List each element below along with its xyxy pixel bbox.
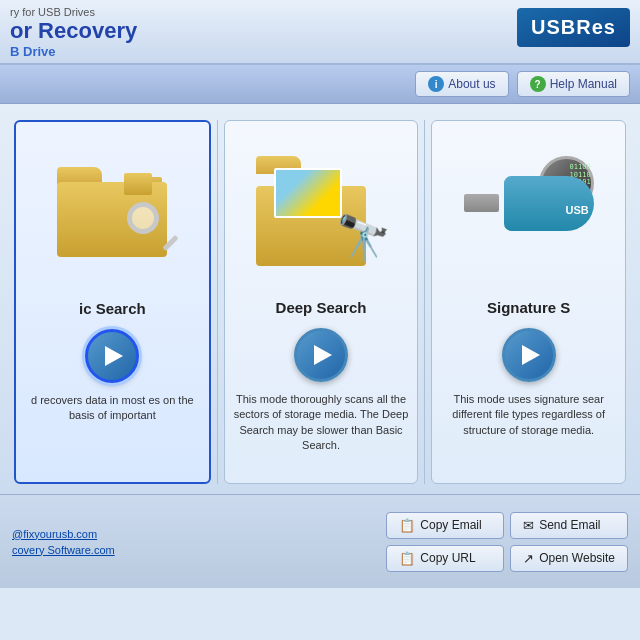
footer-link-2[interactable]: covery Software.com [12, 544, 376, 556]
about-us-button[interactable]: i About us [415, 71, 508, 97]
separator-2 [424, 120, 425, 484]
copy-url-icon: 📋 [399, 551, 415, 566]
binoculars-icon: 🔭 [336, 212, 391, 264]
send-email-button[interactable]: ✉ Send Email [510, 512, 628, 539]
mag-circle [127, 202, 159, 234]
main-content: ic Search d recovers data in most es on … [0, 104, 640, 494]
deep-search-icon-area: 🔭 [233, 131, 410, 291]
folder-image [274, 168, 342, 218]
info-icon: i [428, 76, 444, 92]
usb-icon: 011001011001101 USB [464, 156, 594, 266]
basic-search-title: ic Search [79, 300, 146, 317]
navbar: i About us ? Help Manual [0, 65, 640, 104]
basic-search-folder-icon [57, 167, 167, 257]
help-manual-label: Help Manual [550, 77, 617, 91]
help-manual-button[interactable]: ? Help Manual [517, 71, 630, 97]
copy-email-button[interactable]: 📋 Copy Email [386, 512, 504, 539]
send-email-icon: ✉ [523, 518, 534, 533]
footer: @fixyourusb.com covery Software.com 📋 Co… [0, 494, 640, 588]
copy-url-button[interactable]: 📋 Copy URL [386, 545, 504, 572]
footer-buttons: 📋 Copy Email ✉ Send Email 📋 Copy URL ↗ O… [386, 512, 628, 572]
signature-search-desc: This mode uses signature sear different … [440, 392, 617, 438]
copy-url-label: Copy URL [420, 551, 475, 565]
about-us-label: About us [448, 77, 495, 91]
copy-email-icon: 📋 [399, 518, 415, 533]
magnifier-icon [127, 202, 177, 252]
play-triangle-icon [522, 345, 540, 365]
basic-search-play-button[interactable] [85, 329, 139, 383]
basic-search-icon-area [24, 132, 201, 292]
separator-1 [217, 120, 218, 484]
signature-search-card: 011001011001101 USB Signature S This mod… [431, 120, 626, 484]
signature-search-icon-area: 011001011001101 USB [440, 131, 617, 291]
folder-small-1 [124, 173, 152, 195]
app-header: ry for USB Drives or Recovery B Drive US… [0, 0, 640, 65]
deep-search-play-button[interactable] [294, 328, 348, 382]
open-website-button[interactable]: ↗ Open Website [510, 545, 628, 572]
usb-body: USB [504, 176, 594, 231]
play-triangle-icon [105, 346, 123, 366]
basic-search-desc: d recovers data in most es on the basis … [24, 393, 201, 424]
deep-search-card: 🔭 Deep Search This mode thoroughly scans… [224, 120, 419, 484]
deep-search-folder-icon: 🔭 [256, 156, 386, 266]
deep-search-title: Deep Search [276, 299, 367, 316]
usb-label: USB [565, 204, 588, 216]
deep-search-desc: This mode thoroughly scans all the secto… [233, 392, 410, 454]
usb-connector [464, 194, 499, 212]
copy-email-label: Copy Email [420, 518, 481, 532]
basic-search-card: ic Search d recovers data in most es on … [14, 120, 211, 484]
help-icon: ? [530, 76, 546, 92]
play-triangle-icon [314, 345, 332, 365]
mag-handle [163, 235, 179, 251]
signature-search-play-button[interactable] [502, 328, 556, 382]
footer-links: @fixyourusb.com covery Software.com [12, 528, 376, 556]
signature-search-title: Signature S [487, 299, 570, 316]
send-email-label: Send Email [539, 518, 600, 532]
footer-link-1[interactable]: @fixyourusb.com [12, 528, 376, 540]
open-website-icon: ↗ [523, 551, 534, 566]
app-logo: USBRes [517, 8, 630, 47]
open-website-label: Open Website [539, 551, 615, 565]
